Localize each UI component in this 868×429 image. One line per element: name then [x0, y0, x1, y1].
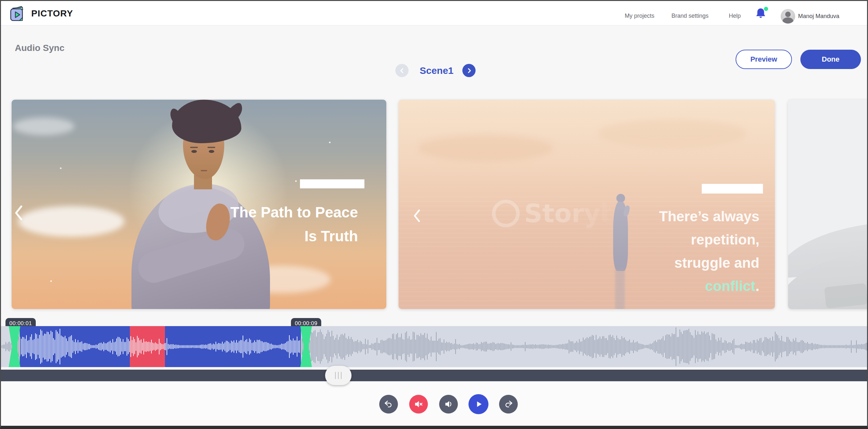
mute-button[interactable]	[409, 395, 428, 413]
volume-icon	[444, 399, 453, 409]
undo-button[interactable]	[379, 395, 398, 413]
scene-next-button[interactable]	[462, 64, 475, 77]
scene-card-3[interactable]	[788, 100, 868, 309]
notification-unread-dot	[764, 7, 768, 11]
pictory-app-window: PICTORY My projects Brand settings Help …	[0, 0, 868, 429]
bottom-controls-zone	[1, 381, 868, 427]
waveform-bars	[1, 326, 868, 367]
timeline-scrollbar-track[interactable]	[1, 370, 868, 381]
nav-my-projects[interactable]: My projects	[625, 12, 654, 19]
preview-button[interactable]: Preview	[736, 50, 792, 69]
caption-highlight-bar	[702, 184, 763, 194]
undo-icon	[384, 399, 394, 409]
card2-prev-overlay-chevron-icon[interactable]	[411, 209, 423, 223]
drag-handle-icon	[335, 372, 336, 379]
timeline-scrollbar-handle[interactable]	[325, 366, 351, 385]
play-button[interactable]	[468, 394, 489, 414]
scene-label: Scene1	[414, 65, 459, 76]
scene-card-1[interactable]: The Path to Peace Is Truth	[11, 100, 386, 309]
caption-highlight-bar	[300, 179, 364, 189]
page-title: Audio Sync	[15, 43, 64, 53]
audio-waveform-track[interactable]	[1, 326, 868, 367]
user-avatar[interactable]	[781, 9, 795, 24]
mute-icon	[414, 399, 423, 409]
play-icon	[474, 399, 483, 409]
stock-watermark: Storyb	[492, 199, 618, 228]
done-button[interactable]: Done	[800, 50, 861, 69]
logo-text[interactable]: PICTORY	[31, 8, 73, 19]
user-name[interactable]: Manoj Manduva	[798, 13, 839, 20]
scene-card-2[interactable]: Storyb There’s always repetition, strugg…	[399, 100, 775, 309]
nav-brand-settings[interactable]: Brand settings	[672, 12, 709, 19]
watermark-logo-circle	[492, 200, 520, 227]
chevron-right-icon	[466, 68, 472, 74]
card1-prev-overlay-chevron-icon[interactable]	[12, 204, 25, 221]
scene-prev-button[interactable]	[395, 64, 408, 77]
scene1-caption: The Path to Peace Is Truth	[230, 200, 358, 248]
redo-icon	[504, 399, 513, 409]
redo-button[interactable]	[499, 395, 518, 413]
notifications-button[interactable]	[755, 7, 769, 21]
highlighted-word: conflict	[705, 278, 755, 294]
chevron-left-icon	[399, 68, 405, 74]
pictory-logo-icon[interactable]	[9, 5, 26, 23]
airplane-image-faded	[788, 222, 868, 309]
top-bar: PICTORY My projects Brand settings Help …	[1, 1, 867, 26]
scene2-caption: There’s always repetition, struggle and …	[659, 205, 760, 298]
volume-button[interactable]	[439, 395, 458, 413]
nav-help[interactable]: Help	[729, 12, 741, 19]
